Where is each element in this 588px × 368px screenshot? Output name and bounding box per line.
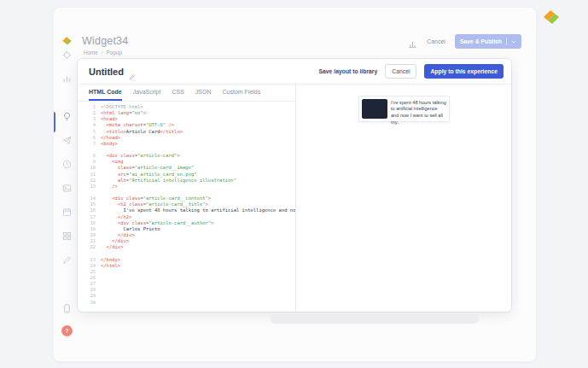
code-line[interactable] (78, 250, 295, 256)
line-number: 2 (78, 110, 101, 116)
code-line[interactable]: 13 /> (78, 184, 295, 190)
save-layout-link[interactable]: Save layout to library (319, 68, 378, 74)
grid-icon[interactable] (62, 231, 72, 241)
line-content: <meta charset="UTF-8" /> (101, 122, 295, 128)
code-line[interactable]: 14 <div class="article-card__content"> (78, 196, 295, 202)
line-number: 22 (78, 244, 101, 250)
code-line[interactable]: 15 <h2 class="article-card__title"> (78, 202, 295, 207)
line-number: 16 (78, 207, 101, 213)
code-line[interactable]: 24</html> (78, 263, 295, 269)
article-card-preview: I've spent 48 hours talking to artificia… (358, 96, 450, 122)
code-line[interactable]: 25 (78, 269, 295, 275)
bar-chart-icon[interactable] (62, 74, 72, 84)
line-number: 21 (78, 238, 101, 244)
code-line[interactable]: 19 Carlos Prieto (78, 226, 295, 232)
breadcrumb-popup[interactable]: Popup (107, 50, 122, 55)
line-content: <!DOCTYPE html> (101, 104, 295, 110)
breadcrumb-separator: / (102, 50, 103, 55)
line-number: 7 (78, 141, 101, 147)
lightbulb-icon[interactable] (62, 112, 72, 121)
line-content: alt="Artificial intelligence illustratio… (101, 178, 295, 184)
code-line[interactable]: 29 (78, 293, 295, 299)
code-line[interactable]: 1<!DOCTYPE html> (78, 104, 295, 110)
line-number: 3 (78, 116, 101, 122)
line-number: 10 (78, 165, 101, 171)
code-line[interactable]: 12 alt="Artificial intelligence illustra… (78, 178, 295, 184)
code-line[interactable]: 9 <img (78, 159, 295, 165)
line-content: <div class="article-card__content"> (101, 196, 295, 202)
code-line[interactable]: 2<html lang="en"> (78, 110, 295, 116)
code-line[interactable]: 6</head> (78, 135, 295, 141)
breadcrumb-home[interactable]: Home (84, 50, 98, 55)
code-line[interactable]: 4 <meta charset="UTF-8" /> (78, 122, 295, 128)
line-number: 8 (78, 153, 101, 159)
help-badge-icon[interactable]: ? (61, 325, 73, 336)
apply-button[interactable]: Apply to this experience (424, 64, 504, 79)
sidebar: ? (54, 8, 79, 361)
mobile-preview-icon[interactable] (62, 301, 72, 311)
topbar-cancel-button[interactable]: Cancel (427, 38, 445, 44)
crosshair-icon[interactable] (62, 50, 72, 60)
line-content: </html> (101, 263, 295, 269)
code-line[interactable]: 11 src="ai_article_card_en.png" (78, 172, 295, 178)
line-number: 14 (78, 196, 101, 202)
line-number (78, 190, 101, 196)
line-number: 23 (78, 257, 101, 263)
breadcrumb: Home / Popup (84, 50, 122, 55)
code-line[interactable]: 17 </h2> (78, 214, 295, 220)
preview-panel: I've spent 48 hours talking to artificia… (296, 85, 511, 312)
screen: ? Widget34 Home / Popup Cancel Save & Pu… (0, 0, 588, 368)
code-line[interactable]: 7<body> (78, 141, 295, 147)
sidebar-nav (54, 50, 79, 279)
line-content (101, 300, 295, 306)
save-publish-button[interactable]: Save & Publish (455, 34, 521, 49)
code-line[interactable]: 23</body> (78, 257, 295, 263)
paper-plane-icon[interactable] (62, 136, 72, 145)
pencil-icon[interactable] (62, 255, 72, 265)
clock-icon[interactable] (62, 160, 72, 169)
tab-custom-fields[interactable]: Custom Fields (223, 85, 261, 101)
button-divider (506, 38, 507, 45)
tab-html-code[interactable]: HTML Code (89, 85, 122, 101)
tab-css[interactable]: CSS (172, 85, 183, 101)
modal-cancel-button[interactable]: Cancel (385, 64, 416, 79)
edit-title-icon[interactable] (129, 68, 136, 75)
article-preview-text: I've spent 48 hours talking to artificia… (391, 100, 446, 126)
line-content (101, 281, 295, 287)
code-line[interactable] (78, 190, 295, 196)
page-title: Widget34 (82, 35, 128, 47)
code-line[interactable]: 26 (78, 275, 295, 281)
editor-tabs: HTML CodeJavaScriptCSSJSONCustom Fields (78, 85, 295, 102)
code-line[interactable]: 3<head> (78, 116, 295, 122)
image-icon[interactable] (62, 184, 72, 193)
line-number (78, 147, 101, 153)
code-editor[interactable]: 1<!DOCTYPE html>2<html lang="en">3<head>… (78, 102, 295, 312)
line-content: <head> (101, 116, 295, 122)
line-number (78, 250, 101, 256)
line-content: /> (101, 184, 295, 190)
layout-title: Untitled (89, 67, 124, 77)
chevron-down-icon[interactable] (511, 39, 516, 44)
brand-logo (540, 7, 562, 26)
code-line[interactable]: 16 I've spent 48 hours talking to artifi… (78, 207, 295, 213)
code-line[interactable]: 10 class="article-card__image" (78, 165, 295, 171)
code-line[interactable]: 20 </div> (78, 232, 295, 238)
line-content: <body> (101, 141, 295, 147)
code-line[interactable]: 8 <div class="article-card"> (78, 153, 295, 159)
code-line[interactable]: 27 (78, 281, 295, 287)
code-line[interactable]: 30 (78, 300, 295, 306)
calendar-icon[interactable] (62, 207, 72, 217)
code-line[interactable]: 22 </div> (78, 244, 295, 250)
code-line[interactable]: 21 </div> (78, 238, 295, 244)
stats-icon[interactable] (408, 37, 417, 46)
tab-javascript[interactable]: JavaScript (133, 85, 161, 101)
line-number: 30 (78, 300, 101, 306)
tab-json[interactable]: JSON (195, 85, 212, 101)
code-line[interactable]: 5 <title>Article Card</title> (78, 129, 295, 135)
app-logo-icon (61, 34, 73, 45)
line-content (101, 287, 295, 293)
line-number: 25 (78, 269, 101, 275)
code-line[interactable]: 28 (78, 287, 295, 293)
code-line[interactable]: 18 <div class="article-card__author"> (78, 220, 295, 226)
code-line[interactable] (78, 147, 295, 153)
